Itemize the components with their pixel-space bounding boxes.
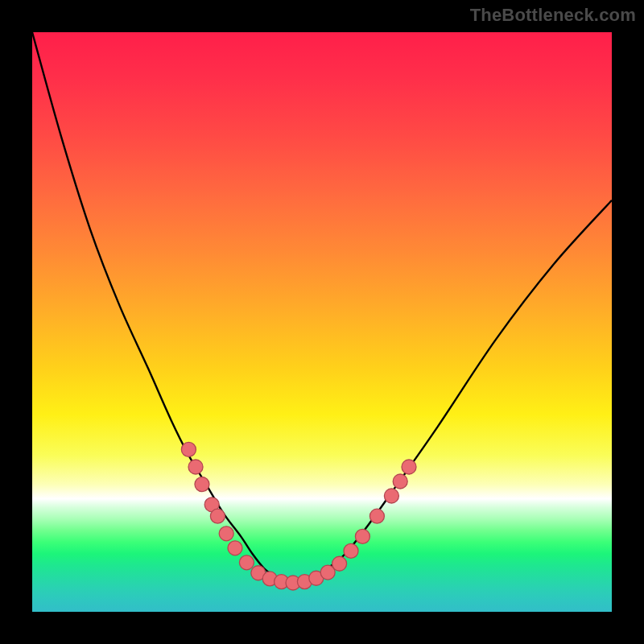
data-marker: [188, 460, 203, 474]
watermark-text: TheBottleneck.com: [470, 5, 636, 26]
data-marker: [384, 489, 398, 503]
marker-group: [181, 442, 416, 590]
bottleneck-curve: [32, 32, 612, 583]
data-marker: [344, 543, 358, 558]
data-marker: [355, 529, 369, 543]
plot-svg: [32, 32, 612, 612]
data-marker: [393, 474, 407, 489]
data-marker: [228, 541, 242, 555]
data-marker: [219, 526, 233, 541]
data-marker: [239, 555, 254, 570]
data-marker: [369, 509, 384, 523]
data-marker: [332, 556, 347, 571]
data-marker: [181, 442, 196, 456]
data-marker: [402, 460, 416, 474]
chart-stage: TheBottleneck.com: [0, 0, 644, 644]
plot-area: [32, 32, 612, 612]
data-marker: [210, 509, 225, 523]
data-marker: [195, 477, 209, 492]
